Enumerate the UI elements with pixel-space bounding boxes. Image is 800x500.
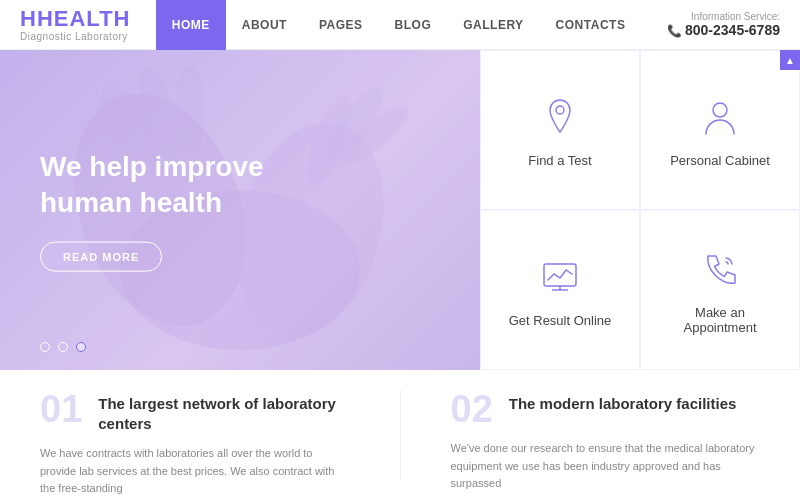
location-icon (535, 93, 585, 143)
section-divider (400, 390, 401, 480)
feature-1-num: 01 (40, 390, 82, 428)
monitor-icon (535, 253, 585, 303)
read-more-button[interactable]: READ MORE (40, 241, 162, 271)
feature-1-header: 01 The largest network of laboratory cen… (40, 390, 350, 433)
info-service: Information Service: 800-2345-6789 (667, 11, 780, 38)
scroll-top-button[interactable]: ▲ (780, 50, 800, 70)
hero-content: We help improve human health READ MORE (40, 149, 360, 272)
feature-2: 02 The modern laboratory facilities We'v… (451, 390, 761, 480)
card-personal-cabinet[interactable]: Personal Cabinet (640, 50, 800, 210)
nav-item-blog[interactable]: BLOG (379, 0, 448, 50)
nav-item-pages[interactable]: PAGES (303, 0, 379, 50)
hero-section: We help improve human health READ MORE F… (0, 50, 800, 370)
navigation: HOMEABOUTPAGESBLOGGALLERYCONTACTS (156, 0, 642, 50)
dot-1[interactable] (40, 342, 50, 352)
personal-cabinet-label: Personal Cabinet (670, 153, 770, 168)
phone-icon (695, 245, 745, 295)
hero-dots (40, 342, 86, 352)
svg-rect-11 (544, 264, 576, 286)
hero-title: We help improve human health (40, 149, 360, 222)
nav-item-home[interactable]: HOME (156, 0, 226, 50)
cards-grid: Find a Test Personal Cabinet (480, 50, 800, 370)
bottom-section: 01 The largest network of laboratory cen… (0, 370, 800, 500)
card-find-test[interactable]: Find a Test (480, 50, 640, 210)
appointment-label: Make anAppointment (684, 305, 757, 335)
person-icon (695, 93, 745, 143)
logo: HHEALTH Diagnostic Laboratory (20, 7, 130, 42)
phone-number[interactable]: 800-2345-6789 (667, 22, 780, 38)
svg-point-5 (175, 65, 205, 155)
feature-1-text: We have contracts with laboratories all … (40, 445, 350, 498)
logo-subtitle: Diagnostic Laboratory (20, 31, 130, 42)
nav-item-gallery[interactable]: GALLERY (447, 0, 539, 50)
info-label: Information Service: (691, 11, 780, 22)
feature-2-title: The modern laboratory facilities (509, 390, 737, 414)
feature-2-header: 02 The modern laboratory facilities (451, 390, 761, 428)
svg-point-9 (556, 106, 564, 114)
dot-2[interactable] (58, 342, 68, 352)
card-result-online[interactable]: Get Result Online (480, 210, 640, 370)
feature-2-num: 02 (451, 390, 493, 428)
feature-1-title: The largest network of laboratory center… (98, 390, 349, 433)
feature-2-text: We've done our research to ensure that t… (451, 440, 761, 493)
header: HHEALTH Diagnostic Laboratory HOMEABOUTP… (0, 0, 800, 50)
feature-1: 01 The largest network of laboratory cen… (40, 390, 350, 480)
find-test-label: Find a Test (528, 153, 591, 168)
nav-item-about[interactable]: ABOUT (226, 0, 303, 50)
nav-item-contacts[interactable]: CONTACTS (540, 0, 642, 50)
result-online-label: Get Result Online (509, 313, 612, 328)
logo-accent: H (20, 6, 37, 31)
card-appointment[interactable]: Make anAppointment (640, 210, 800, 370)
svg-point-10 (713, 103, 727, 117)
logo-title: HHEALTH (20, 7, 130, 31)
dot-3[interactable] (76, 342, 86, 352)
